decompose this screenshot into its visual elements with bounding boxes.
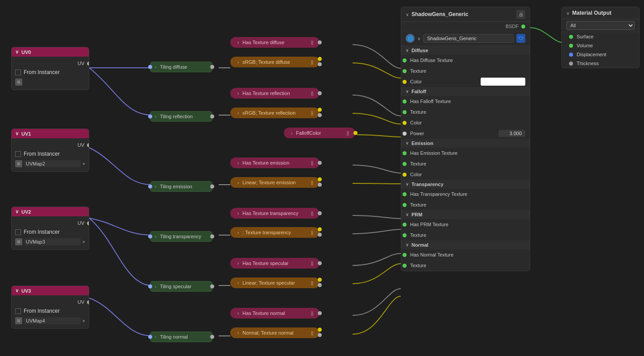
uv2-output-dot — [87, 221, 89, 225]
tiling-transparency-port-right — [210, 235, 214, 239]
uv2-from-instancer-checkbox[interactable] — [15, 229, 21, 235]
emission-collapse[interactable]: ∨ — [406, 141, 409, 145]
normal-collapse[interactable]: ∨ — [406, 243, 409, 247]
uv1-collapse-icon[interactable]: ∨ — [15, 131, 19, 137]
uv2-uvmap-close[interactable]: × — [83, 239, 85, 244]
tiling-emission-port-right — [210, 185, 214, 189]
has-texture-transparency-node[interactable]: › Has Texture transparency || — [230, 208, 320, 219]
thickness-label: Thickness — [577, 61, 599, 66]
tiling-emission-port-left — [148, 185, 152, 189]
falloff-section-header[interactable]: ∨ Falloff — [401, 87, 530, 96]
tiling-specular-port-left — [148, 285, 152, 289]
falloff-collapse[interactable]: ∨ — [406, 89, 409, 94]
tex-specular-node[interactable]: › Linear; Texture specular || — [230, 277, 320, 288]
tiling-specular-node[interactable]: › Tiling specular — [150, 281, 212, 292]
uv0-header: ∨ UV0 — [12, 47, 89, 57]
uv1-from-instancer-checkbox[interactable] — [15, 151, 21, 157]
tiling-emission-arrow: › — [155, 184, 156, 189]
uv2-title: UV2 — [21, 209, 31, 215]
has-texture-normal-bar: || — [311, 311, 313, 316]
has-texture-reflection-bar: || — [311, 91, 313, 96]
uv2-uvmap-name: UVMap3 — [24, 238, 81, 245]
has-prm-label: Has PRM Texture — [410, 222, 525, 227]
shadowgens-print-btn[interactable]: 🖨 — [516, 10, 525, 19]
uv3-collapse-icon[interactable]: ∨ — [15, 288, 19, 294]
uv0-output-dot — [87, 62, 89, 66]
diffuse-color-dot — [403, 80, 407, 84]
emission-section-header[interactable]: ∨ Emission — [401, 139, 530, 148]
falloff-power-value[interactable]: 3.000 — [499, 130, 525, 137]
thickness-dot — [569, 62, 573, 66]
tiling-normal-port-right — [210, 335, 214, 339]
has-texture-reflection-node[interactable]: › Has Texture reflection || — [230, 88, 320, 99]
has-falloff-dot — [403, 99, 407, 103]
uv1-from-instancer-label: From Instancer — [24, 151, 60, 157]
tex-transparency-node[interactable]: › ; Texture transparency || — [230, 227, 320, 238]
tex-transparency-port-gray — [318, 233, 322, 237]
tex-reflection-label: sRGB; Texture reflection — [242, 110, 295, 116]
shadowgens-collapse[interactable]: ∨ — [406, 12, 409, 17]
tex-reflection-node[interactable]: › sRGB; Texture reflection || — [230, 108, 320, 118]
has-diffuse-texture-row: Has Diffuse Texture — [401, 55, 530, 66]
tiling-diffuse-node[interactable]: › Tiling diffuse — [150, 62, 212, 72]
uv3-title: UV3 — [21, 288, 31, 294]
tex-normal-port-yellow — [318, 328, 322, 332]
prm-texture-row: Texture — [401, 230, 530, 240]
has-texture-emission-node[interactable]: › Has Texture emission || — [230, 157, 320, 168]
normal-section-header[interactable]: ∨ Normal — [401, 240, 530, 249]
diffuse-texture-row: Texture — [401, 66, 530, 76]
tiling-reflection-port-right — [210, 115, 214, 119]
has-normal-texture-row: Has Normal Texture — [401, 249, 530, 260]
tex-emission-node[interactable]: › Linear; Texture emission || — [230, 177, 320, 188]
uv2-collapse-icon[interactable]: ∨ — [15, 209, 19, 215]
tex-normal-label: Normal; Texture normal — [242, 330, 293, 335]
has-texture-diffuse-port — [318, 41, 322, 45]
prm-section-header[interactable]: ∨ PRM — [401, 210, 530, 219]
transparency-section-label: Transparency — [411, 182, 444, 187]
uv3-from-instancer-checkbox[interactable] — [15, 308, 21, 314]
tex-normal-node[interactable]: › Normal; Texture normal || — [230, 327, 320, 338]
diffuse-color-box[interactable] — [481, 78, 525, 86]
has-texture-transparency-label: Has Texture transparency — [242, 211, 298, 216]
uv0-collapse-icon[interactable]: ∨ — [15, 49, 19, 55]
tiling-reflection-node[interactable]: › Tiling reflection — [150, 111, 212, 122]
uv1-uvmap-close[interactable]: × — [83, 161, 85, 166]
has-texture-normal-label: Has Texture normal — [242, 310, 285, 316]
tiling-reflection-port-left — [148, 115, 152, 119]
has-emission-texture-row: Has Emission Texture — [401, 148, 530, 158]
tex-diffuse-node[interactable]: › sRGB; Texture diffuse || — [230, 57, 320, 67]
emission-section-label: Emission — [411, 141, 433, 146]
tiling-transparency-label: Tiling transparency — [160, 234, 201, 239]
prm-texture-dot — [403, 233, 407, 237]
tex-normal-port-gray — [318, 333, 322, 337]
bsdf-row: BSDF — [401, 22, 530, 31]
tiling-emission-node[interactable]: › Tiling emission — [150, 181, 212, 192]
shadowgens-panel: ∨ ShadowGens_Generic 🖨 BSDF 🌐 ∨ 🛡 ∨ Diff… — [401, 7, 530, 271]
transparency-collapse[interactable]: ∨ — [406, 182, 409, 186]
has-texture-specular-node[interactable]: › Has Texture specular || — [230, 258, 320, 269]
has-texture-diffuse-node[interactable]: › Has Texture diffuse || — [230, 37, 320, 48]
has-diffuse-label: Has Diffuse Texture — [410, 58, 525, 63]
prm-collapse[interactable]: ∨ — [406, 212, 409, 217]
diffuse-section-header[interactable]: ∨ Diffuse — [401, 46, 530, 55]
uv1-header: ∨ UV1 — [12, 129, 89, 138]
has-texture-specular-bar: || — [311, 261, 313, 266]
tiling-normal-node[interactable]: › Tiling normal — [150, 331, 212, 342]
tex-emission-port-gray — [318, 183, 322, 187]
node-name-input[interactable] — [423, 34, 514, 43]
has-falloff-texture-row: Has Falloff Texture — [401, 96, 530, 107]
tiling-transparency-node[interactable]: › Tiling transparency — [150, 231, 212, 242]
matout-collapse[interactable]: ∨ — [566, 11, 569, 16]
all-select[interactable]: All — [566, 21, 635, 30]
falloff-texture-row: Texture — [401, 107, 530, 117]
shield-icon: 🛡 — [516, 34, 525, 43]
has-texture-normal-node[interactable]: › Has Texture normal || — [230, 308, 320, 319]
uv0-from-instancer-checkbox[interactable] — [15, 70, 21, 75]
transparency-section-header[interactable]: ∨ Transparency — [401, 180, 530, 189]
has-diffuse-dot — [403, 58, 407, 62]
node-selector-arrow[interactable]: ∨ — [417, 36, 420, 41]
diffuse-collapse[interactable]: ∨ — [406, 48, 409, 53]
falloff-color-node[interactable]: › FalloffColor || — [284, 128, 355, 138]
uv3-uvmap-close[interactable]: × — [83, 318, 85, 323]
tex-reflection-port-gray — [318, 113, 322, 117]
